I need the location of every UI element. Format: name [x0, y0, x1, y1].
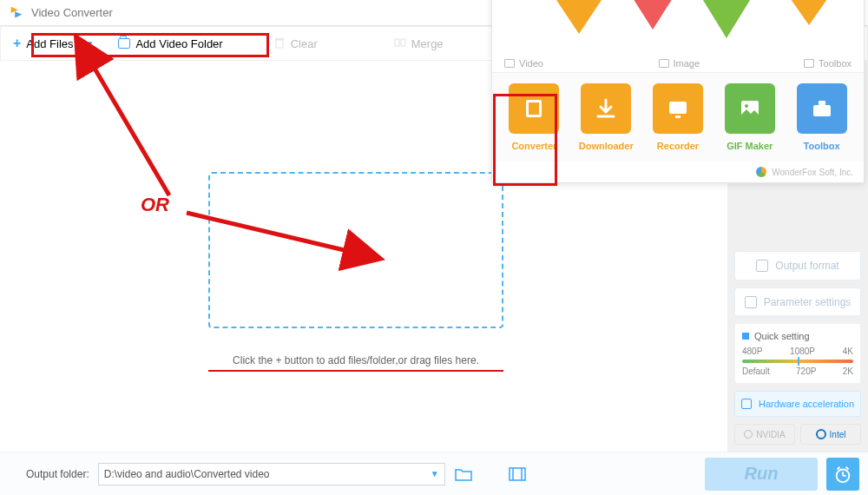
svg-rect-4	[395, 39, 399, 46]
svg-rect-16	[669, 102, 687, 114]
category-video: Video	[504, 58, 543, 69]
open-folder-button[interactable]	[454, 466, 473, 482]
add-folder-label: Add Video Folder	[135, 37, 222, 50]
video-icon	[504, 59, 515, 68]
add-files-button[interactable]: + Add Files ▼	[1, 27, 106, 60]
toolbox-icon	[804, 59, 814, 68]
popup-banner	[492, 0, 864, 53]
module-toolbox[interactable]: Toolbox	[788, 83, 855, 151]
app-title: Video Converter	[31, 6, 113, 19]
popup-footer: WonderFox Soft, Inc.	[492, 162, 864, 182]
svg-point-19	[745, 104, 748, 108]
nvidia-badge: NVIDIA	[734, 424, 795, 445]
svg-marker-0	[11, 6, 18, 12]
module-converter[interactable]: Converter	[501, 83, 568, 151]
briefcase-icon	[797, 83, 847, 134]
svg-marker-1	[15, 11, 22, 17]
svg-line-13	[846, 466, 849, 469]
image-icon	[659, 59, 669, 68]
intel-badge: Intel	[800, 424, 861, 445]
triangle-decor	[622, 0, 683, 30]
hardware-acceleration-button[interactable]: Hardware acceleration	[734, 391, 861, 417]
folder-icon	[118, 38, 130, 49]
image-icon	[725, 83, 775, 134]
svg-rect-5	[401, 39, 405, 46]
svg-rect-17	[675, 116, 681, 118]
converter-icon	[509, 83, 559, 134]
schedule-button[interactable]	[826, 458, 859, 491]
merge-label: Merge	[411, 37, 444, 50]
run-button[interactable]: Run	[705, 458, 818, 491]
svg-rect-15	[529, 102, 539, 115]
output-folder-label: Output folder:	[26, 468, 89, 480]
add-group: + Add Files ▼ Add Video Folder	[1, 27, 235, 60]
popup-categories: Video Image Toolbox	[492, 53, 864, 73]
popup-body: Converter Downloader Recorder GIF Maker …	[492, 73, 864, 162]
clear-button[interactable]: Clear	[261, 27, 330, 60]
drop-zone[interactable]	[208, 172, 503, 328]
sliders-icon	[745, 296, 757, 308]
quick-setting-row2: Default 720P 2K	[742, 366, 853, 376]
category-image: Image	[659, 58, 700, 69]
svg-rect-20	[813, 105, 831, 116]
wonderfox-logo-icon	[756, 167, 766, 177]
recorder-icon	[653, 83, 703, 134]
module-recorder[interactable]: Recorder	[645, 83, 712, 151]
plus-icon: +	[13, 36, 21, 51]
parameter-settings-button[interactable]: Parameter settings	[734, 287, 861, 317]
output-folder-path: D:\video and audio\Converted video	[104, 468, 270, 480]
drop-caption: Click the + button to add files/folder,o…	[208, 354, 503, 372]
intel-icon	[816, 429, 826, 439]
format-icon	[756, 260, 768, 272]
square-icon	[742, 333, 749, 340]
film-icon[interactable]	[508, 466, 527, 482]
svg-rect-3	[275, 38, 284, 40]
svg-rect-2	[276, 40, 283, 48]
trash-icon	[273, 36, 291, 51]
footer: Output folder: D:\video and audio\Conver…	[0, 452, 868, 495]
add-files-label: Add Files	[26, 37, 73, 50]
download-icon	[581, 83, 631, 134]
category-toolbox: Toolbox	[804, 58, 852, 69]
app-logo-icon	[9, 5, 24, 21]
nvidia-icon	[744, 430, 753, 439]
merge-button[interactable]: Merge	[382, 27, 456, 60]
module-picker-popup: Video Image Toolbox Converter Downloader…	[491, 0, 865, 183]
output-format-button[interactable]: Output format	[734, 251, 861, 280]
chevron-down-icon[interactable]: ▼	[86, 39, 95, 49]
chevron-down-icon: ▼	[431, 469, 439, 478]
quick-setting-row1: 480P 1080P 4K	[742, 346, 853, 356]
clear-label: Clear	[291, 37, 318, 50]
module-gif-maker[interactable]: GIF Maker	[716, 83, 783, 151]
triangle-decor	[779, 0, 839, 25]
quick-setting-panel: Quick setting 480P 1080P 4K Default 720P…	[734, 323, 861, 384]
quality-slider[interactable]	[742, 360, 853, 363]
merge-icon	[394, 36, 411, 51]
chip-icon	[741, 399, 752, 409]
svg-rect-21	[819, 101, 825, 105]
vendor-row: NVIDIA Intel	[734, 424, 861, 445]
quick-setting-header: Quick setting	[742, 331, 853, 341]
triangle-decor	[692, 0, 761, 38]
annotation-or-label: OR	[141, 194, 169, 216]
triangle-decor	[544, 0, 614, 34]
module-downloader[interactable]: Downloader	[573, 83, 640, 151]
output-folder-select[interactable]: D:\video and audio\Converted video ▼	[98, 463, 445, 485]
add-video-folder-button[interactable]: Add Video Folder	[106, 27, 234, 60]
svg-line-12	[838, 466, 840, 469]
svg-rect-6	[510, 468, 525, 480]
